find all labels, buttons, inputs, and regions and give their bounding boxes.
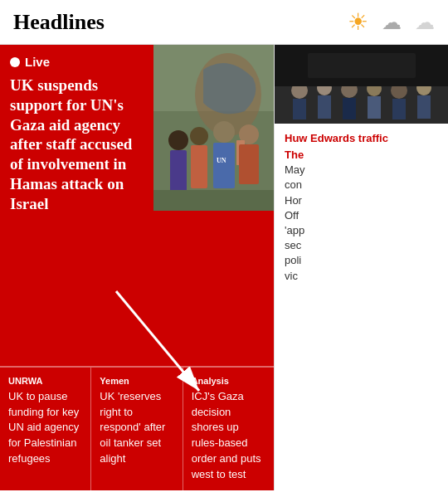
main-content: Live UK suspends support for UN's Gaza a…: [0, 45, 448, 490]
svg-text:UN: UN: [217, 157, 226, 164]
page-title: Headlines: [13, 10, 348, 35]
svg-rect-21: [318, 95, 331, 119]
sub-story-yemen[interactable]: Yemen UK 'reserves right to respond' aft…: [91, 368, 183, 490]
live-dot: [10, 57, 20, 67]
svg-point-3: [168, 130, 188, 150]
un-workers-image: UN: [153, 45, 274, 211]
main-headline: UK suspends support for UN's Gaza aid ag…: [10, 76, 144, 213]
header-icons: ☀ ☁ ☁: [348, 8, 435, 36]
right-story-red-label: Huw Edwards traffic: [285, 132, 388, 144]
right-column: Huw Edwards traffic The May con Hor Off …: [274, 45, 448, 490]
svg-rect-19: [293, 99, 306, 119]
live-label: Live: [25, 55, 50, 69]
sub-story-unrwa[interactable]: UNRWA UK to pause funding for key UN aid…: [0, 368, 91, 490]
svg-rect-13: [153, 190, 274, 211]
svg-rect-23: [343, 98, 356, 119]
svg-rect-27: [392, 99, 406, 119]
svg-point-7: [213, 121, 235, 143]
sub-story-unrwa-text: UK to pause funding for key UN aid agenc…: [8, 390, 79, 465]
cloud-icon[interactable]: ☁: [382, 11, 402, 34]
sub-story-analysis-text: ICJ's Gaza decision shores up rules-base…: [192, 390, 261, 480]
svg-rect-12: [239, 144, 259, 184]
sub-stories-row: UNRWA UK to pause funding for key UN aid…: [0, 366, 274, 490]
svg-rect-25: [368, 96, 381, 119]
sub-story-analysis[interactable]: Analysis ICJ's Gaza decision shores up r…: [183, 368, 274, 490]
live-badge: Live: [10, 55, 144, 69]
svg-rect-6: [191, 145, 207, 188]
sub-story-unrwa-label: UNRWA: [8, 376, 82, 386]
svg-rect-29: [417, 95, 431, 119]
svg-rect-4: [170, 150, 187, 192]
cloud-icon-2[interactable]: ☁: [415, 11, 435, 34]
parliament-image: [275, 45, 448, 124]
right-story-image: [275, 45, 448, 124]
svg-rect-31: [308, 53, 416, 78]
main-story-image: UN: [153, 45, 274, 211]
right-story-content[interactable]: Huw Edwards traffic The May con Hor Off …: [275, 124, 448, 292]
svg-point-5: [190, 127, 208, 145]
page-header: Headlines ☀ ☁ ☁: [0, 0, 448, 45]
main-story-top: Live UK suspends support for UN's Gaza a…: [0, 45, 274, 366]
sunny-icon[interactable]: ☀: [348, 8, 368, 36]
sub-story-analysis-label: Analysis: [192, 376, 265, 386]
main-story-card[interactable]: Live UK suspends support for UN's Gaza a…: [0, 45, 274, 490]
svg-rect-8: [213, 143, 235, 188]
sub-story-yemen-label: Yemen: [100, 376, 173, 386]
main-story-text-area: Live UK suspends support for UN's Gaza a…: [0, 45, 153, 366]
sub-story-yemen-text: UK 'reserves right to respond' after oil…: [100, 390, 165, 465]
right-story-body: The May con Hor Off 'app sec poli vic: [285, 148, 438, 284]
right-story-label: Huw Edwards traffic: [285, 132, 438, 144]
